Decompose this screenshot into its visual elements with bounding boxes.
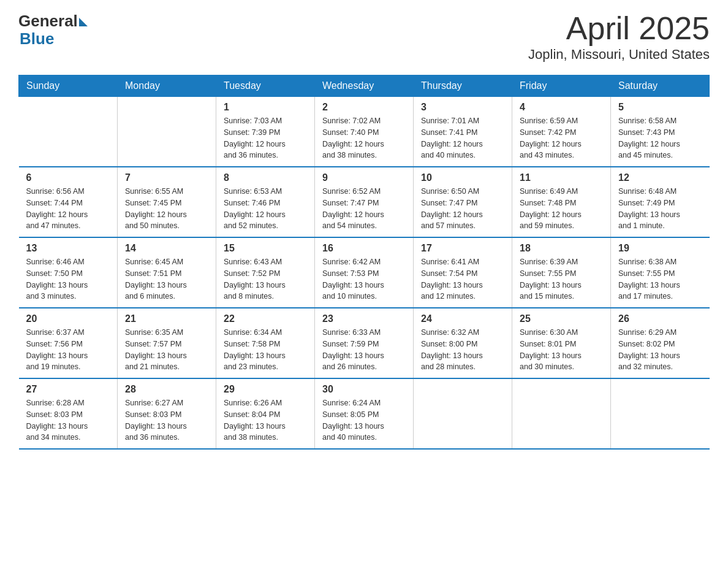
calendar-body: 1Sunrise: 7:03 AM Sunset: 7:39 PM Daylig…: [19, 97, 710, 450]
calendar-week-4: 20Sunrise: 6:37 AM Sunset: 7:56 PM Dayli…: [19, 308, 710, 378]
calendar-cell: 29Sunrise: 6:26 AM Sunset: 8:04 PM Dayli…: [216, 378, 315, 449]
day-info: Sunrise: 6:58 AM Sunset: 7:43 PM Dayligh…: [618, 115, 702, 161]
day-number: 19: [618, 243, 702, 254]
day-info: Sunrise: 6:45 AM Sunset: 7:51 PM Dayligh…: [125, 256, 208, 302]
location-text: Joplin, Missouri, United States: [528, 47, 710, 63]
header-day-tuesday: Tuesday: [216, 75, 315, 97]
logo-blue-text: Blue: [20, 30, 88, 48]
calendar-week-5: 27Sunrise: 6:28 AM Sunset: 8:03 PM Dayli…: [19, 378, 710, 449]
logo-arrow-icon: [79, 18, 88, 26]
day-info: Sunrise: 6:27 AM Sunset: 8:03 PM Dayligh…: [125, 397, 208, 443]
calendar-cell: [414, 378, 512, 449]
day-number: 15: [224, 243, 307, 254]
calendar-cell: 13Sunrise: 6:46 AM Sunset: 7:50 PM Dayli…: [19, 237, 118, 308]
calendar-cell: 8Sunrise: 6:53 AM Sunset: 7:46 PM Daylig…: [216, 167, 315, 237]
calendar-week-1: 1Sunrise: 7:03 AM Sunset: 7:39 PM Daylig…: [19, 97, 710, 167]
day-info: Sunrise: 6:37 AM Sunset: 7:56 PM Dayligh…: [26, 327, 110, 373]
day-number: 28: [125, 384, 208, 395]
day-info: Sunrise: 6:48 AM Sunset: 7:49 PM Dayligh…: [618, 186, 702, 232]
calendar-week-3: 13Sunrise: 6:46 AM Sunset: 7:50 PM Dayli…: [19, 237, 710, 308]
day-number: 23: [322, 313, 406, 324]
calendar-cell: 30Sunrise: 6:24 AM Sunset: 8:05 PM Dayli…: [315, 378, 414, 449]
calendar-cell: 26Sunrise: 6:29 AM Sunset: 8:02 PM Dayli…: [611, 308, 710, 378]
calendar-cell: 24Sunrise: 6:32 AM Sunset: 8:00 PM Dayli…: [414, 308, 512, 378]
day-number: 25: [520, 313, 603, 324]
day-number: 10: [421, 172, 504, 183]
calendar-cell: [512, 378, 611, 449]
day-number: 30: [322, 384, 406, 395]
header-day-monday: Monday: [118, 75, 216, 97]
calendar-cell: 25Sunrise: 6:30 AM Sunset: 8:01 PM Dayli…: [512, 308, 611, 378]
day-info: Sunrise: 6:50 AM Sunset: 7:47 PM Dayligh…: [421, 186, 504, 232]
calendar-cell: 7Sunrise: 6:55 AM Sunset: 7:45 PM Daylig…: [118, 167, 216, 237]
calendar-cell: 15Sunrise: 6:43 AM Sunset: 7:52 PM Dayli…: [216, 237, 315, 308]
day-number: 8: [224, 172, 307, 183]
day-info: Sunrise: 7:02 AM Sunset: 7:40 PM Dayligh…: [322, 115, 406, 161]
day-info: Sunrise: 6:33 AM Sunset: 7:59 PM Dayligh…: [322, 327, 406, 373]
day-number: 16: [322, 243, 406, 254]
calendar-week-2: 6Sunrise: 6:56 AM Sunset: 7:44 PM Daylig…: [19, 167, 710, 237]
calendar-cell: 1Sunrise: 7:03 AM Sunset: 7:39 PM Daylig…: [216, 97, 315, 167]
calendar-cell: 17Sunrise: 6:41 AM Sunset: 7:54 PM Dayli…: [414, 237, 512, 308]
page-header: General Blue April 2025 Joplin, Missouri…: [18, 12, 710, 63]
day-info: Sunrise: 6:49 AM Sunset: 7:48 PM Dayligh…: [520, 186, 603, 232]
header-day-saturday: Saturday: [611, 75, 710, 97]
day-info: Sunrise: 6:34 AM Sunset: 7:58 PM Dayligh…: [224, 327, 307, 373]
calendar-cell: 12Sunrise: 6:48 AM Sunset: 7:49 PM Dayli…: [611, 167, 710, 237]
calendar-cell: [118, 97, 216, 167]
header-day-wednesday: Wednesday: [315, 75, 414, 97]
day-number: 7: [125, 172, 208, 183]
logo-general-text: General: [18, 12, 78, 30]
day-number: 1: [224, 102, 307, 113]
day-info: Sunrise: 6:28 AM Sunset: 8:03 PM Dayligh…: [26, 397, 110, 443]
day-info: Sunrise: 6:26 AM Sunset: 8:04 PM Dayligh…: [224, 397, 307, 443]
calendar-cell: 5Sunrise: 6:58 AM Sunset: 7:43 PM Daylig…: [611, 97, 710, 167]
calendar-cell: 19Sunrise: 6:38 AM Sunset: 7:55 PM Dayli…: [611, 237, 710, 308]
header-row: SundayMondayTuesdayWednesdayThursdayFrid…: [19, 75, 710, 97]
day-number: 2: [322, 102, 406, 113]
calendar-header: SundayMondayTuesdayWednesdayThursdayFrid…: [19, 75, 710, 97]
day-info: Sunrise: 7:03 AM Sunset: 7:39 PM Dayligh…: [224, 115, 307, 161]
day-number: 24: [421, 313, 504, 324]
day-info: Sunrise: 6:59 AM Sunset: 7:42 PM Dayligh…: [520, 115, 603, 161]
day-info: Sunrise: 6:55 AM Sunset: 7:45 PM Dayligh…: [125, 186, 208, 232]
calendar-cell: 6Sunrise: 6:56 AM Sunset: 7:44 PM Daylig…: [19, 167, 118, 237]
day-number: 4: [520, 102, 603, 113]
day-info: Sunrise: 6:42 AM Sunset: 7:53 PM Dayligh…: [322, 256, 406, 302]
title-section: April 2025 Joplin, Missouri, United Stat…: [528, 12, 710, 63]
day-info: Sunrise: 6:35 AM Sunset: 7:57 PM Dayligh…: [125, 327, 208, 373]
calendar-cell: [611, 378, 710, 449]
day-info: Sunrise: 6:52 AM Sunset: 7:47 PM Dayligh…: [322, 186, 406, 232]
calendar-cell: 22Sunrise: 6:34 AM Sunset: 7:58 PM Dayli…: [216, 308, 315, 378]
day-number: 3: [421, 102, 504, 113]
day-number: 22: [224, 313, 307, 324]
day-number: 17: [421, 243, 504, 254]
day-number: 5: [618, 102, 702, 113]
day-number: 12: [618, 172, 702, 183]
header-day-sunday: Sunday: [19, 75, 118, 97]
calendar-cell: 20Sunrise: 6:37 AM Sunset: 7:56 PM Dayli…: [19, 308, 118, 378]
day-info: Sunrise: 6:29 AM Sunset: 8:02 PM Dayligh…: [618, 327, 702, 373]
calendar-cell: 3Sunrise: 7:01 AM Sunset: 7:41 PM Daylig…: [414, 97, 512, 167]
day-info: Sunrise: 6:53 AM Sunset: 7:46 PM Dayligh…: [224, 186, 307, 232]
day-number: 13: [26, 243, 110, 254]
calendar-cell: 4Sunrise: 6:59 AM Sunset: 7:42 PM Daylig…: [512, 97, 611, 167]
day-number: 6: [26, 172, 110, 183]
calendar-cell: 11Sunrise: 6:49 AM Sunset: 7:48 PM Dayli…: [512, 167, 611, 237]
day-number: 27: [26, 384, 110, 395]
month-title: April 2025: [528, 12, 710, 44]
calendar-cell: 28Sunrise: 6:27 AM Sunset: 8:03 PM Dayli…: [118, 378, 216, 449]
calendar-cell: 16Sunrise: 6:42 AM Sunset: 7:53 PM Dayli…: [315, 237, 414, 308]
calendar-cell: 2Sunrise: 7:02 AM Sunset: 7:40 PM Daylig…: [315, 97, 414, 167]
day-number: 14: [125, 243, 208, 254]
day-number: 20: [26, 313, 110, 324]
calendar-table: SundayMondayTuesdayWednesdayThursdayFrid…: [18, 75, 710, 450]
calendar-cell: 27Sunrise: 6:28 AM Sunset: 8:03 PM Dayli…: [19, 378, 118, 449]
calendar-cell: 23Sunrise: 6:33 AM Sunset: 7:59 PM Dayli…: [315, 308, 414, 378]
header-day-friday: Friday: [512, 75, 611, 97]
day-info: Sunrise: 6:41 AM Sunset: 7:54 PM Dayligh…: [421, 256, 504, 302]
day-info: Sunrise: 6:30 AM Sunset: 8:01 PM Dayligh…: [520, 327, 603, 373]
calendar-cell: 9Sunrise: 6:52 AM Sunset: 7:47 PM Daylig…: [315, 167, 414, 237]
day-number: 26: [618, 313, 702, 324]
header-day-thursday: Thursday: [414, 75, 512, 97]
